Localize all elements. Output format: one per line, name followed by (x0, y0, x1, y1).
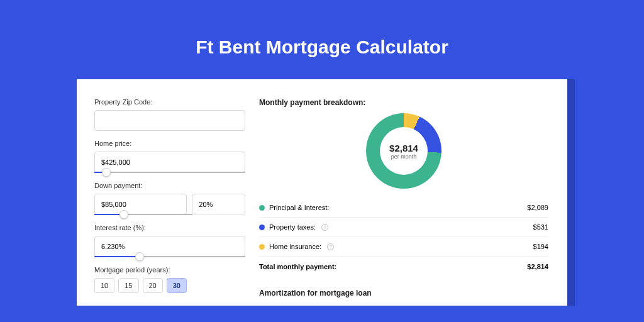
period-button-20[interactable]: 20 (143, 278, 163, 293)
donut-chart: $2,814 per month (366, 113, 441, 189)
legend-label: Principal & Interest: (269, 204, 329, 211)
home-price-field-group: Home price: (94, 140, 245, 173)
legend-label: Property taxes: (269, 223, 316, 231)
calculator-card: Property Zip Code: Home price: Down paym… (77, 79, 567, 306)
legend-row-pi: Principal & Interest: $2,089 (259, 198, 548, 218)
home-price-label: Home price: (94, 140, 245, 147)
down-payment-label: Down payment: (94, 182, 245, 189)
period-button-30[interactable]: 30 (167, 278, 187, 293)
rate-field-group: Interest rate (%): (94, 224, 245, 257)
period-button-15[interactable]: 15 (118, 278, 138, 293)
home-price-input[interactable] (94, 152, 245, 172)
legend-value: $531 (533, 223, 548, 231)
zip-field-group: Property Zip Code: (94, 98, 245, 131)
slider-thumb[interactable] (119, 210, 128, 219)
page-title: Ft Bent Mortgage Calculator (0, 36, 644, 58)
down-payment-pct-input[interactable] (192, 194, 245, 214)
period-buttons: 10 15 20 30 (94, 278, 245, 293)
dot-icon (259, 205, 265, 211)
breakdown-title: Monthly payment breakdown: (259, 98, 548, 107)
donut-amount: $2,814 (389, 143, 418, 153)
total-value: $2,814 (527, 263, 548, 270)
info-icon[interactable]: ? (327, 243, 334, 250)
legend-label: Home insurance: (269, 243, 321, 250)
breakdown-panel: Monthly payment breakdown: $2,814 per mo… (259, 98, 548, 306)
amortization-title: Amortization for mortgage loan (259, 289, 548, 297)
form-panel: Property Zip Code: Home price: Down paym… (94, 98, 245, 306)
home-price-slider[interactable] (94, 172, 245, 173)
legend-value: $2,089 (527, 204, 548, 211)
dot-icon (259, 225, 265, 230)
donut-center: $2,814 per month (380, 127, 428, 175)
legend-value: $194 (533, 243, 548, 250)
zip-input[interactable] (94, 110, 245, 131)
slider-thumb[interactable] (102, 168, 111, 177)
period-field-group: Mortgage period (years): 10 15 20 30 (94, 266, 245, 293)
legend-row-ins: Home insurance: ? $194 (259, 237, 548, 257)
info-icon[interactable]: ? (321, 224, 328, 231)
amortization-body: Amortization for a mortgage loan refers … (259, 304, 548, 306)
period-label: Mortgage period (years): (94, 266, 245, 274)
amortization-section: Amortization for mortgage loan Amortizat… (259, 289, 548, 306)
down-payment-amount-input[interactable] (94, 194, 187, 214)
rate-slider[interactable] (94, 256, 245, 257)
slider-thumb[interactable] (135, 252, 144, 261)
down-payment-slider[interactable] (94, 214, 192, 215)
rate-input[interactable] (94, 236, 245, 257)
total-label: Total monthly payment: (259, 263, 336, 270)
zip-label: Property Zip Code: (94, 98, 245, 106)
down-payment-field-group: Down payment: (94, 182, 245, 215)
donut-wrap: $2,814 per month (259, 113, 548, 189)
legend-row-total: Total monthly payment: $2,814 (259, 257, 548, 276)
legend-row-tax: Property taxes: ? $531 (259, 218, 548, 237)
rate-label: Interest rate (%): (94, 224, 245, 231)
donut-sub: per month (391, 153, 417, 160)
period-button-10[interactable]: 10 (94, 278, 114, 293)
dot-icon (259, 244, 265, 250)
